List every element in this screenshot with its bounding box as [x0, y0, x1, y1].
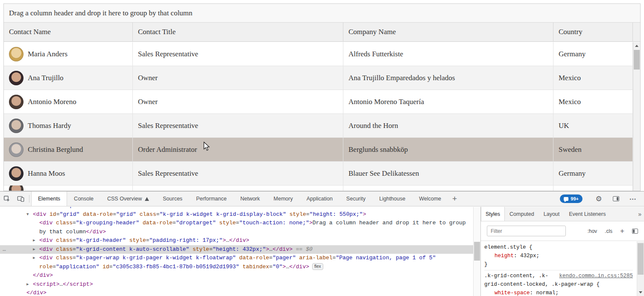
code-token: id — [40, 207, 50, 209]
code-token: </div> — [289, 264, 309, 270]
tab-label: Console — [74, 196, 94, 202]
code-token: = — [306, 211, 310, 218]
expand-arrow-icon[interactable]: ▶ — [26, 280, 29, 289]
collapse-arrow-icon[interactable]: ▼ — [26, 210, 29, 219]
contact-title: Owner — [133, 66, 343, 90]
devtools-tab-network[interactable]: Network — [234, 192, 267, 206]
column-header-contact-name[interactable]: Contact Name — [4, 23, 133, 41]
flex-badge[interactable]: flex — [312, 263, 323, 270]
new-style-rule-button[interactable]: + — [620, 227, 624, 235]
table-row[interactable]: Ana Trujillo Owner Ana Trujillo Empareda… — [4, 66, 633, 90]
code-line-grid-header[interactable]: ▶<div class="k-grid-header" style="paddi… — [0, 236, 473, 245]
sidebar-tab-computed[interactable]: Computed — [505, 207, 539, 221]
styles-sidebar: StylesComputedLayoutEvent Listeners» :ho… — [480, 207, 644, 296]
code-line-grid-close[interactable]: </div> — [0, 271, 473, 280]
expand-arrow-icon[interactable]: ▶ — [33, 245, 35, 254]
devtools-tab-console[interactable]: Console — [67, 192, 100, 206]
overflow-menu-icon[interactable]: ⋯ — [626, 193, 640, 204]
class-toggle[interactable]: .cls — [605, 228, 612, 234]
settings-gear-icon[interactable]: ⚙ — [592, 193, 606, 204]
code-token: > — [309, 220, 313, 226]
column-header-country[interactable]: Country — [553, 23, 633, 41]
devtools-tab-memory[interactable]: Memory — [267, 192, 300, 206]
code-line-pager[interactable]: ▶<div class="k-pager-wrap k-grid-pager k… — [0, 254, 473, 271]
devtools-tab-lighthouse[interactable]: Lighthouse — [372, 192, 412, 206]
elements-scrollbar[interactable] — [473, 207, 480, 296]
gutter-dots: … — [3, 245, 6, 254]
devtools-tab-css-overview[interactable]: CSS Overview — [100, 192, 156, 206]
code-token: > — [222, 237, 226, 244]
device-toolbar-icon[interactable] — [14, 193, 27, 204]
stylesheet-source-link[interactable]: kendo.commo…in.css:5285 — [559, 272, 633, 280]
table-row[interactable]: Thomas Hardy Sales Representative Around… — [4, 114, 633, 138]
expand-arrow-icon[interactable]: ▶ — [33, 236, 35, 245]
tab-label: CSS Overview — [107, 196, 142, 202]
style-rule: kendo.commo…in.css:5285.k-grid-content, … — [484, 270, 633, 296]
scroll-up-button[interactable] — [633, 42, 640, 49]
code-token: tabindex — [239, 264, 269, 270]
contact-name: Maria Anders — [28, 50, 67, 58]
company-name: Ana Trujillo Emparedados y helados — [343, 66, 553, 90]
sidebar-tab-layout[interactable]: Layout — [539, 207, 565, 221]
table-row[interactable]: Antonio Moreno Owner Antonio Moreno Taqu… — [4, 90, 633, 114]
code-token: … — [226, 237, 229, 244]
contact-title: Sales Representative — [133, 42, 343, 66]
code-token: </div> — [33, 272, 53, 279]
table-row[interactable]: Hanna Moos Sales Representative Blauer S… — [4, 162, 633, 186]
contact-name: Thomas Hardy — [28, 122, 71, 130]
rule-selector[interactable]: element.style — [484, 244, 526, 250]
code-token: "application" — [56, 264, 99, 270]
tab-label: Welcome — [419, 196, 441, 202]
scrollbar-thumb[interactable] — [634, 50, 640, 70]
scrollbar-thumb[interactable] — [474, 242, 480, 261]
sidebar-tab-event-listeners[interactable]: Event Listeners — [564, 207, 610, 221]
more-sidebar-tabs-icon[interactable]: » — [638, 207, 641, 221]
dom-tree: ▼<div id="example">▼<div id="grid" data-… — [0, 207, 473, 296]
scroll-down-button[interactable] — [637, 289, 644, 296]
css-declaration[interactable]: white-space: normal; — [484, 289, 633, 296]
code-token: = — [73, 237, 76, 244]
inspect-element-icon[interactable] — [0, 193, 14, 204]
styles-scrollbar[interactable] — [637, 241, 644, 296]
table-row[interactable]: Maria Anders Sales Representative Alfred… — [4, 42, 633, 66]
code-line-grid-open[interactable]: ▼<div id="grid" data-role="grid" class="… — [0, 210, 473, 219]
grid-body: Maria Anders Sales Representative Alfred… — [4, 42, 633, 191]
styles-filter-input[interactable] — [487, 226, 566, 236]
code-line-example-close[interactable]: </div> — [0, 289, 473, 296]
code-token: = — [53, 264, 56, 270]
code-token: "Page navigation, page 1 of 5" — [336, 255, 436, 261]
code-line-grouping-header[interactable]: <div class="k-grouping-header" data-role… — [0, 219, 473, 236]
devtools-tab-sources[interactable]: Sources — [156, 192, 189, 206]
code-token: </div> — [272, 246, 293, 252]
code-line-grid-content[interactable]: ▶<div class="k-grid-content k-auto-scrol… — [0, 245, 473, 254]
devtools-tab-application[interactable]: Application — [300, 192, 340, 206]
expand-arrow-icon[interactable]: ▶ — [33, 254, 35, 263]
column-header-company-name[interactable]: Company Name — [343, 23, 553, 41]
devtools-tab-performance[interactable]: Performance — [189, 192, 234, 206]
css-declaration[interactable]: height: 432px; — [484, 252, 633, 260]
pseudo-state-toggle[interactable]: :hov — [587, 228, 597, 234]
scrollbar-thumb[interactable] — [638, 243, 644, 275]
tab-label: Elements — [38, 196, 60, 202]
tab-label: Lighthouse — [379, 196, 405, 202]
avatar — [9, 47, 23, 61]
grid-vertical-scrollbar[interactable] — [633, 42, 640, 191]
sidebar-layout-icon[interactable] — [632, 229, 638, 234]
table-row-selected[interactable]: Christina Berglund Order Administrator B… — [4, 138, 633, 162]
devtools-tab-welcome[interactable]: Welcome — [412, 192, 448, 206]
issues-badge[interactable]: 99+ — [560, 194, 583, 203]
sidebar-tab-styles[interactable]: Styles — [481, 207, 505, 221]
dock-side-icon[interactable] — [609, 193, 623, 204]
table-row-partial[interactable] — [4, 186, 633, 191]
devtools-tab-elements[interactable]: Elements — [31, 192, 67, 206]
grouping-header-droptarget[interactable]: Drag a column header and drop it here to… — [4, 4, 640, 23]
collapse-arrow-icon[interactable]: ▼ — [20, 207, 22, 210]
column-header-contact-title[interactable]: Contact Title — [133, 23, 343, 41]
code-line-example-open[interactable]: ▼<div id="example"> — [0, 207, 473, 210]
code-line-script[interactable]: ▶<script>…</script> — [0, 280, 473, 289]
more-tabs-button[interactable]: + — [448, 194, 461, 203]
devtools-tab-security[interactable]: Security — [340, 192, 372, 206]
code-token: class — [53, 220, 73, 226]
code-token: style — [126, 237, 146, 244]
code-token: = — [73, 255, 76, 261]
